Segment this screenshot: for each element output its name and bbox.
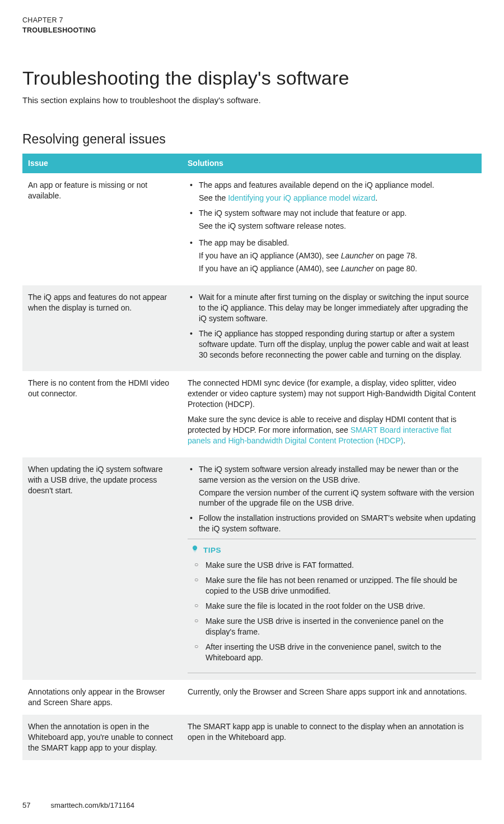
issue-cell: Annotations only appear in the Browser a… [22,680,182,715]
tips-box: TIPS Make sure the USB drive is FAT form… [188,539,476,673]
issue-cell: When updating the iQ system software wit… [22,457,182,681]
solution-cell: Wait for a minute after first turning on… [182,285,482,371]
issues-table: Issue Solutions An app or feature is mis… [22,154,482,760]
solution-cell: The apps and features available depend o… [182,173,482,285]
chapter-number: CHAPTER 7 [22,16,482,25]
table-row: An app or feature is missing or not avai… [22,173,482,285]
solution-item: The app may be disabled. If you have an … [188,238,476,274]
col-header-solutions: Solutions [182,154,482,173]
solution-item: Follow the installation instructions pro… [188,513,476,534]
page-title: Troubleshooting the display's software [22,66,482,91]
tip-item: Make sure the USB drive is inserted in t… [193,616,474,637]
col-header-issue: Issue [22,154,182,173]
footer-url: smarttech.com/kb/171164 [50,800,134,811]
table-row: Annotations only appear in the Browser a… [22,680,482,715]
tips-heading: TIPS [190,545,474,555]
chapter-header: CHAPTER 7 TROUBLESHOOTING [22,16,482,35]
solution-item: The iQ system software version already i… [188,464,476,509]
issue-cell: An app or feature is missing or not avai… [22,173,182,285]
table-row: When updating the iQ system software wit… [22,457,482,681]
table-row: When the annotation is open in the White… [22,715,482,760]
solution-cell: Currently, only the Browser and Screen S… [182,680,482,715]
tip-item: Make sure the USB drive is FAT formatted… [193,560,474,571]
solution-item: The apps and features available depend o… [188,180,476,203]
table-row: The iQ apps and features do not appear w… [22,285,482,371]
tip-item: Make sure the file is located in the roo… [193,601,474,612]
solution-cell: The connected HDMI sync device (for exam… [182,371,482,457]
section-title: Resolving general issues [22,131,482,148]
intro-text: This section explains how to troubleshoo… [22,95,482,106]
table-row: There is no content from the HDMI video … [22,371,482,457]
issue-cell: When the annotation is open in the White… [22,715,182,760]
chapter-title: TROUBLESHOOTING [22,26,482,35]
page-number: 57 [22,800,30,811]
link-iq-wizard[interactable]: Identifying your iQ appliance model wiza… [228,193,375,202]
solution-cell: The iQ system software version already i… [182,457,482,681]
solution-item: Wait for a minute after first turning on… [188,292,476,324]
lightbulb-icon [191,545,199,555]
solution-item: The iQ appliance has stopped responding … [188,328,476,360]
issue-cell: There is no content from the HDMI video … [22,371,182,457]
page-footer: 57 smarttech.com/kb/171164 [22,800,134,811]
tip-item: Make sure the file has not been renamed … [193,575,474,596]
tip-item: After inserting the USB drive in the con… [193,642,474,663]
solution-item: The iQ system software may not include t… [188,208,476,232]
solution-cell: The SMART kapp app is unable to connect … [182,715,482,760]
issue-cell: The iQ apps and features do not appear w… [22,285,182,371]
